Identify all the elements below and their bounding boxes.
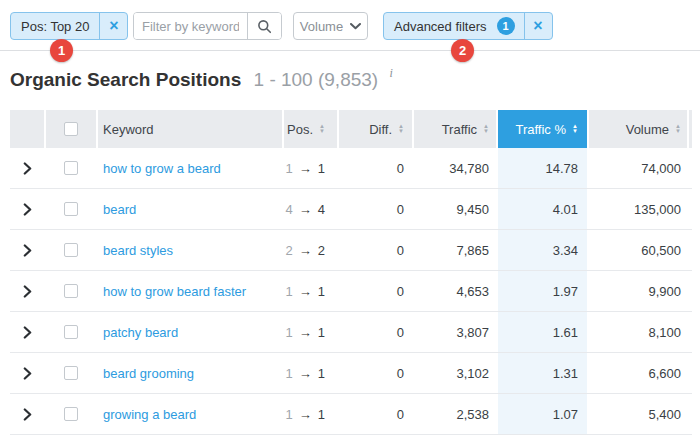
traffic-pct-cell: 1.31 <box>498 353 587 393</box>
pos-filter-close-icon[interactable]: × <box>100 13 127 39</box>
keyword-cell: how to grow beard faster <box>98 271 282 311</box>
arrow-right-icon: → <box>299 407 312 422</box>
traffic-pct-cell: 3.34 <box>498 230 587 270</box>
sort-icon: ▲▼ <box>319 124 325 134</box>
table-row: beard styles 2 → 2 0 7,865 3.34 60,500 <box>10 230 692 271</box>
expand-row-button[interactable] <box>21 365 34 382</box>
column-header-pos[interactable]: Pos. ▲▼ <box>284 110 337 148</box>
row-checkbox[interactable] <box>64 161 78 175</box>
filter-bar-divider <box>0 50 700 51</box>
table-row: how to grow beard faster 1 → 1 0 4,653 1… <box>10 271 692 312</box>
advanced-filters-chip[interactable]: Advanced filters 1 × <box>383 12 553 40</box>
sort-icon: ▲▼ <box>398 124 404 134</box>
diff-cell: 0 <box>339 230 412 270</box>
sort-icon: ▲▼ <box>675 124 681 134</box>
arrow-right-icon: → <box>299 366 312 381</box>
volume-cell: 60,500 <box>589 230 687 270</box>
diff-cell: 0 <box>339 148 412 188</box>
result-range: 1 - 100 (9,853) <box>254 69 379 90</box>
row-checkbox[interactable] <box>64 202 78 216</box>
keyword-link[interactable]: patchy beard <box>103 325 178 340</box>
expand-row-button[interactable] <box>21 201 34 218</box>
volume-cell: 5,400 <box>589 394 687 434</box>
keyword-cell: patchy beard <box>98 312 282 352</box>
select-all-cell <box>46 110 96 148</box>
pos-filter-label: Pos: Top 20 <box>11 19 99 34</box>
checkbox-cell <box>46 230 96 270</box>
volume-cell: 8,100 <box>589 312 687 352</box>
row-spacer <box>689 148 692 188</box>
pos-to: 2 <box>318 243 325 258</box>
expand-row-button[interactable] <box>21 283 34 300</box>
column-label: Traffic <box>442 122 477 137</box>
diff-cell: 0 <box>339 394 412 434</box>
column-header-volume[interactable]: Volume ▲▼ <box>589 110 687 148</box>
pos-from: 1 <box>286 161 293 176</box>
expand-row-button[interactable] <box>21 242 34 259</box>
row-checkbox[interactable] <box>64 366 78 380</box>
keyword-link[interactable]: beard <box>103 202 136 217</box>
row-checkbox[interactable] <box>64 407 78 421</box>
keyword-link[interactable]: how to grow a beard <box>103 161 221 176</box>
keyword-link[interactable]: beard grooming <box>103 366 194 381</box>
chevron-right-icon <box>23 367 32 380</box>
arrow-right-icon: → <box>299 243 312 258</box>
pos-cell: 1 → 1 <box>284 271 337 311</box>
column-header-traffic-pct[interactable]: Traffic % ▲▼ <box>498 110 587 148</box>
column-header-traffic[interactable]: Traffic ▲▼ <box>414 110 496 148</box>
annotation-step-2: 2 <box>451 39 474 62</box>
column-header-diff[interactable]: Diff. ▲▼ <box>339 110 412 148</box>
chevron-right-icon <box>23 326 32 339</box>
expand-cell <box>10 394 44 434</box>
volume-dropdown-label: Volume <box>300 19 343 34</box>
keyword-cell: beard grooming <box>98 353 282 393</box>
pos-filter-chip[interactable]: Pos: Top 20 × <box>10 12 128 40</box>
expand-row-button[interactable] <box>21 324 34 341</box>
pos-from: 1 <box>286 407 293 422</box>
checkbox-cell <box>46 148 96 188</box>
info-icon[interactable]: i <box>389 66 392 80</box>
expand-cell <box>10 312 44 352</box>
expand-cell <box>10 353 44 393</box>
pos-from: 1 <box>286 284 293 299</box>
volume-cell: 74,000 <box>589 148 687 188</box>
pos-cell: 4 → 4 <box>284 189 337 229</box>
advanced-filters-close-icon[interactable]: × <box>525 13 552 39</box>
annotation-step-1: 1 <box>50 39 73 62</box>
search-button[interactable] <box>247 13 281 39</box>
volume-dropdown[interactable]: Volume <box>293 12 368 40</box>
column-label: Traffic % <box>515 122 566 137</box>
row-checkbox[interactable] <box>64 243 78 257</box>
volume-cell: 6,600 <box>589 353 687 393</box>
expand-row-button[interactable] <box>21 160 34 177</box>
pos-cell: 1 → 1 <box>284 394 337 434</box>
pos-from: 4 <box>286 202 293 217</box>
row-checkbox[interactable] <box>64 284 78 298</box>
traffic-pct-cell: 14.78 <box>498 148 587 188</box>
column-label: Pos. <box>287 122 313 137</box>
pos-to: 4 <box>318 202 325 217</box>
expand-cell <box>10 271 44 311</box>
diff-cell: 0 <box>339 189 412 229</box>
arrow-right-icon: → <box>299 161 312 176</box>
diff-cell: 0 <box>339 353 412 393</box>
keyword-link[interactable]: how to grow beard faster <box>103 284 246 299</box>
traffic-cell: 4,653 <box>414 271 496 311</box>
arrow-right-icon: → <box>299 325 312 340</box>
traffic-cell: 3,102 <box>414 353 496 393</box>
keyword-filter-input[interactable] <box>134 13 247 39</box>
row-checkbox[interactable] <box>64 325 78 339</box>
keyword-link[interactable]: growing a beard <box>103 407 196 422</box>
table-row: patchy beard 1 → 1 0 3,807 1.61 8,100 <box>10 312 692 353</box>
keyword-link[interactable]: beard styles <box>103 243 173 258</box>
traffic-cell: 3,807 <box>414 312 496 352</box>
organic-search-positions-page: Pos: Top 20 × Volume Advanced filters 1 … <box>0 0 700 440</box>
pos-cell: 1 → 1 <box>284 353 337 393</box>
advanced-filters-label: Advanced filters <box>384 19 497 34</box>
column-header-keyword[interactable]: Keyword <box>98 110 282 148</box>
table-row: how to grow a beard 1 → 1 0 34,780 14.78… <box>10 148 692 189</box>
select-all-checkbox[interactable] <box>64 122 78 136</box>
page-title: Organic Search Positions <box>10 69 241 90</box>
expand-row-button[interactable] <box>21 406 34 423</box>
traffic-pct-cell: 1.97 <box>498 271 587 311</box>
